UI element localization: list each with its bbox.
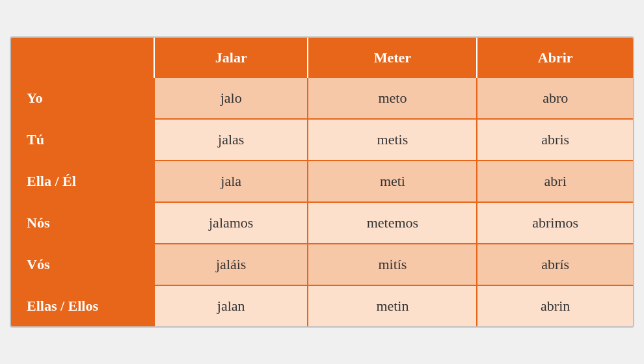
header-meter: Meter: [308, 38, 477, 78]
cell-abrir: abro: [477, 78, 633, 119]
cell-abrir: abris: [477, 119, 633, 161]
cell-pronoun: Tú: [11, 119, 154, 161]
table-row: Vósjaláismitísabrís: [11, 244, 633, 285]
cell-pronoun: Ella / Él: [11, 161, 154, 202]
conjugation-table-container: Jalar Meter Abrir YojalometoabroTújalasm…: [10, 36, 634, 328]
cell-abrir: abrin: [477, 285, 633, 326]
cell-meter: metin: [308, 285, 477, 326]
cell-abrir: abri: [477, 161, 633, 202]
table-row: Nósjalamosmetemosabrimos: [11, 202, 633, 244]
cell-meter: meto: [308, 78, 477, 119]
table-row: Yojalometoabro: [11, 78, 633, 119]
header-jalar: Jalar: [154, 38, 308, 78]
conjugation-table: Jalar Meter Abrir YojalometoabroTújalasm…: [11, 38, 633, 326]
cell-jalar: jalamos: [154, 202, 308, 244]
cell-pronoun: Nós: [11, 202, 154, 244]
cell-meter: metemos: [308, 202, 477, 244]
cell-jalar: jala: [154, 161, 308, 202]
header-pronoun: [11, 38, 154, 78]
table-row: Ella / Éljalametiabri: [11, 161, 633, 202]
cell-pronoun: Vós: [11, 244, 154, 285]
table-row: Ellas / Ellosjalanmetinabrin: [11, 285, 633, 326]
header-row: Jalar Meter Abrir: [11, 38, 633, 78]
cell-meter: metis: [308, 119, 477, 161]
cell-meter: meti: [308, 161, 477, 202]
cell-jalar: jalas: [154, 119, 308, 161]
cell-pronoun: Ellas / Ellos: [11, 285, 154, 326]
header-abrir: Abrir: [477, 38, 633, 78]
cell-jalar: jalo: [154, 78, 308, 119]
cell-pronoun: Yo: [11, 78, 154, 119]
cell-abrir: abrimos: [477, 202, 633, 244]
cell-jalar: jalan: [154, 285, 308, 326]
cell-abrir: abrís: [477, 244, 633, 285]
table-row: Tújalasmetisabris: [11, 119, 633, 161]
cell-jalar: jaláis: [154, 244, 308, 285]
cell-meter: mitís: [308, 244, 477, 285]
